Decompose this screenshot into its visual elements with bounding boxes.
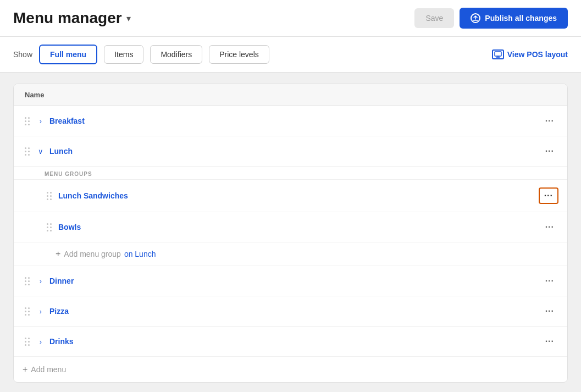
upload-icon — [471, 13, 480, 23]
menu-name-pizza: Pizza — [49, 307, 536, 316]
pos-icon — [492, 49, 504, 59]
menu-name-drinks: Drinks — [49, 337, 536, 346]
drag-handle-dinner[interactable] — [23, 276, 32, 286]
save-button[interactable]: Save — [414, 8, 454, 28]
page-header: Menu manager ▾ Save Publish all changes — [0, 0, 581, 37]
drag-handle-breakfast[interactable] — [23, 116, 32, 126]
drag-handle-pizza[interactable] — [23, 306, 32, 317]
more-button-pizza[interactable]: ··· — [541, 304, 558, 318]
view-pos-button[interactable]: View POS layout — [492, 49, 568, 59]
page-title: Menu manager — [13, 9, 122, 27]
drag-handle-lunch-sandwiches[interactable] — [45, 191, 54, 201]
add-menu-row[interactable]: + Add menu — [14, 357, 567, 382]
menu-row-lunch: ∨ Lunch ··· — [14, 136, 567, 167]
more-button-bowls[interactable]: ··· — [541, 220, 558, 234]
tab-modifiers[interactable]: Modifiers — [150, 45, 202, 64]
add-group-on-label: on Lunch — [124, 250, 156, 258]
menu-name-breakfast: Breakfast — [49, 117, 536, 125]
menu-row-bowls: Bowls ··· — [14, 212, 567, 242]
chevron-pizza[interactable]: › — [36, 307, 45, 316]
chevron-dinner[interactable]: › — [36, 277, 45, 285]
menu-row-pizza: › Pizza ··· — [14, 296, 567, 327]
table-header: Name — [14, 84, 567, 106]
title-area: Menu manager ▾ — [13, 9, 131, 27]
menu-row-drinks: › Drinks ··· — [14, 327, 567, 357]
drag-handle-drinks[interactable] — [23, 336, 32, 347]
menu-groups-label: MENU GROUPS — [14, 167, 567, 180]
title-dropdown-icon[interactable]: ▾ — [126, 13, 131, 24]
tab-full-menu[interactable]: Full menu — [39, 45, 97, 64]
toolbar: Show Full menu Items Modifiers Price lev… — [0, 37, 581, 73]
more-button-breakfast[interactable]: ··· — [541, 114, 558, 128]
tab-items[interactable]: Items — [104, 45, 143, 64]
drag-handle-bowls[interactable] — [45, 222, 54, 233]
publish-button[interactable]: Publish all changes — [460, 8, 568, 29]
more-button-dinner[interactable]: ··· — [541, 274, 558, 288]
add-group-plus-icon: + — [56, 249, 60, 259]
menu-name-bowls: Bowls — [58, 223, 536, 231]
more-button-lunch[interactable]: ··· — [541, 144, 558, 158]
add-menu-group-row[interactable]: + Add menu group on Lunch — [14, 242, 567, 266]
more-button-lunch-sandwiches[interactable]: ··· — [539, 187, 558, 204]
add-menu-plus-icon: + — [23, 365, 27, 374]
more-button-drinks[interactable]: ··· — [541, 334, 558, 349]
menu-name-lunch: Lunch — [49, 147, 536, 156]
main-content: Name › Breakfast ··· — [0, 73, 581, 392]
add-menu-label: Add menu — [31, 365, 66, 374]
chevron-drinks[interactable]: › — [36, 338, 45, 346]
menu-table: Name › Breakfast ··· — [13, 84, 568, 383]
chevron-lunch[interactable]: ∨ — [36, 147, 45, 156]
drag-handle-lunch[interactable] — [23, 146, 32, 157]
menu-name-lunch-sandwiches: Lunch Sandwiches — [58, 191, 534, 200]
tab-price-levels[interactable]: Price levels — [209, 45, 269, 64]
menu-row-dinner: › Dinner ··· — [14, 266, 567, 296]
chevron-breakfast[interactable]: › — [36, 117, 45, 125]
menu-row-lunch-sandwiches: Lunch Sandwiches ··· — [14, 180, 567, 212]
header-buttons: Save Publish all changes — [414, 8, 568, 29]
show-label: Show — [13, 50, 32, 59]
add-group-label: Add menu group — [64, 250, 121, 258]
menu-name-dinner: Dinner — [49, 277, 536, 285]
svg-rect-0 — [495, 52, 501, 56]
menu-row-breakfast: › Breakfast ··· — [14, 106, 567, 136]
